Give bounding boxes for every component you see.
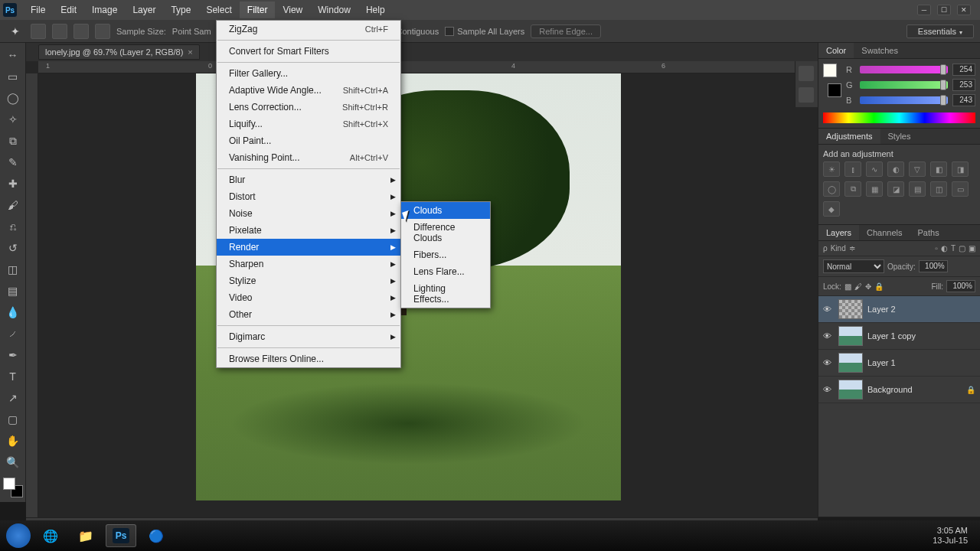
crop-tool[interactable]: ⧉ (4, 132, 22, 150)
filter-other[interactable]: Other▶ (217, 306, 400, 323)
opacity-input[interactable]: 100% (919, 260, 948, 272)
tab-styles[interactable]: Styles (880, 129, 919, 144)
heal-tool[interactable]: ✚ (4, 174, 22, 193)
move-tool[interactable]: ↔ (4, 46, 22, 64)
menu-file[interactable]: File (23, 2, 53, 18)
window-minimize[interactable]: ─ (917, 5, 931, 15)
ie-icon[interactable]: 🌐 (35, 524, 66, 547)
visibility-icon[interactable]: 👁 (823, 305, 834, 314)
lasso-tool[interactable]: ◯ (4, 89, 22, 107)
document-tab[interactable]: lonely.jpg @ 69.7% (Layer 2, RGB/8) × (38, 44, 200, 60)
bg-swatch[interactable] (828, 83, 841, 97)
fg-swatch[interactable] (823, 64, 837, 77)
refine-edge-button[interactable]: Refine Edge... (531, 24, 601, 38)
hue-strip[interactable] (823, 112, 975, 123)
filter-blur[interactable]: Blur▶ (217, 171, 400, 188)
tab-layers[interactable]: Layers (818, 225, 859, 240)
render-diff-clouds[interactable]: Difference Clouds (401, 219, 490, 246)
render-lighting[interactable]: Lighting Effects... (401, 280, 490, 308)
close-tab-icon[interactable]: × (188, 47, 192, 57)
render-clouds[interactable]: Clouds (401, 202, 490, 219)
menu-filter[interactable]: Filter (240, 2, 276, 18)
gradient-tool[interactable]: ▤ (4, 282, 22, 300)
tab-swatches[interactable]: Swatches (854, 43, 906, 58)
fill-input[interactable]: 100% (946, 280, 975, 292)
system-clock[interactable]: 3:05 AM 13-Jul-15 (933, 526, 974, 546)
adj-photo-filter-icon[interactable]: ◯ (823, 181, 840, 197)
brush-tool[interactable]: 🖌 (4, 196, 22, 214)
stamp-tool[interactable]: ⎌ (4, 217, 22, 236)
filter-type-icon[interactable]: T (951, 244, 956, 253)
b-value[interactable]: 243 (952, 94, 975, 106)
eyedropper-tool[interactable]: ✎ (4, 153, 22, 171)
menu-view[interactable]: View (275, 2, 310, 18)
filter-vanishing-point[interactable]: Vanishing Point...Alt+Ctrl+V (217, 149, 400, 166)
filter-kind-dropdown[interactable]: ≑ (849, 244, 855, 253)
layer-thumbnail[interactable] (838, 299, 863, 319)
filter-wide-angle[interactable]: Adaptive Wide Angle...Shift+Ctrl+A (217, 82, 400, 99)
filter-render[interactable]: Render▶ (217, 239, 400, 256)
opt-new-selection[interactable] (31, 24, 46, 39)
filter-sharpen[interactable]: Sharpen▶ (217, 256, 400, 272)
filter-smart-icon[interactable]: ▣ (969, 244, 975, 253)
filter-stylize[interactable]: Stylize▶ (217, 272, 400, 289)
adj-threshold-icon[interactable]: ◫ (930, 181, 947, 197)
layer-row[interactable]: 👁Layer 1 copy (818, 323, 980, 350)
g-slider[interactable] (860, 81, 948, 89)
lock-transparency-icon[interactable]: ▩ (844, 282, 851, 291)
window-close[interactable]: ✕ (957, 5, 971, 15)
layer-thumbnail[interactable] (838, 353, 863, 373)
adj-posterize-icon[interactable]: ▤ (909, 181, 926, 197)
menu-select[interactable]: Select (198, 2, 239, 18)
render-fibers[interactable]: Fibers... (401, 246, 490, 263)
filter-convert-smart[interactable]: Convert for Smart Filters (217, 43, 400, 60)
menu-layer[interactable]: Layer (125, 2, 163, 18)
wand-tool[interactable]: ✧ (4, 110, 22, 129)
shape-tool[interactable]: ▢ (4, 410, 22, 429)
adj-exposure-icon[interactable]: ◐ (887, 161, 904, 177)
filter-last[interactable]: ZigZag Ctrl+F (217, 21, 400, 37)
foreground-color[interactable] (3, 478, 15, 490)
menu-edit[interactable]: Edit (53, 2, 84, 18)
menu-window[interactable]: Window (310, 2, 358, 18)
lock-position-icon[interactable]: ✥ (865, 282, 871, 291)
color-swatches[interactable] (3, 478, 23, 497)
history-panel-icon[interactable] (799, 66, 814, 81)
lock-all-icon[interactable]: 🔒 (874, 282, 884, 291)
filter-lens-correction[interactable]: Lens Correction...Shift+Ctrl+R (217, 99, 400, 116)
filter-oil-paint[interactable]: Oil Paint... (217, 132, 400, 149)
opt-intersect-selection[interactable] (95, 24, 110, 39)
adj-vibrance-icon[interactable]: ▽ (909, 161, 926, 177)
adj-brightness-icon[interactable]: ☀ (823, 161, 840, 177)
adj-channel-mixer-icon[interactable]: ⧉ (844, 181, 861, 197)
adj-invert-icon[interactable]: ◪ (887, 181, 904, 197)
render-lens-flare[interactable]: Lens Flare... (401, 263, 490, 280)
filter-distort[interactable]: Distort▶ (217, 188, 400, 205)
window-maximize[interactable]: ☐ (937, 5, 951, 15)
blend-mode-select[interactable]: Normal (823, 259, 884, 273)
layer-thumbnail[interactable] (838, 380, 863, 399)
explorer-icon[interactable]: 📁 (70, 524, 101, 547)
adj-levels-icon[interactable]: ⫿ (844, 161, 861, 177)
b-slider[interactable] (860, 96, 948, 104)
opt-add-selection[interactable] (52, 24, 67, 39)
filter-browse-online[interactable]: Browse Filters Online... (217, 350, 400, 367)
workspace-switcher[interactable]: Essentials▾ (906, 24, 974, 38)
chrome-icon[interactable]: 🔵 (141, 524, 172, 547)
filter-gallery[interactable]: Filter Gallery... (217, 65, 400, 82)
filter-noise[interactable]: Noise▶ (217, 205, 400, 222)
history-brush-tool[interactable]: ↺ (4, 239, 22, 257)
adj-color-lookup-icon[interactable]: ▦ (866, 181, 883, 197)
dodge-tool[interactable]: ⟋ (4, 324, 22, 343)
blur-tool[interactable]: 💧 (4, 303, 22, 321)
filter-shape-icon[interactable]: ▢ (959, 244, 965, 253)
r-value[interactable]: 254 (952, 64, 975, 76)
sample-size-value[interactable]: Point Sam (172, 27, 211, 36)
properties-panel-icon[interactable] (799, 87, 814, 103)
adj-gradient-map-icon[interactable]: ▭ (952, 181, 969, 197)
tab-paths[interactable]: Paths (910, 225, 947, 240)
g-value[interactable]: 253 (952, 79, 975, 91)
filter-video[interactable]: Video▶ (217, 289, 400, 306)
hand-tool[interactable]: ✋ (4, 432, 22, 450)
adj-curves-icon[interactable]: ∿ (866, 161, 883, 177)
